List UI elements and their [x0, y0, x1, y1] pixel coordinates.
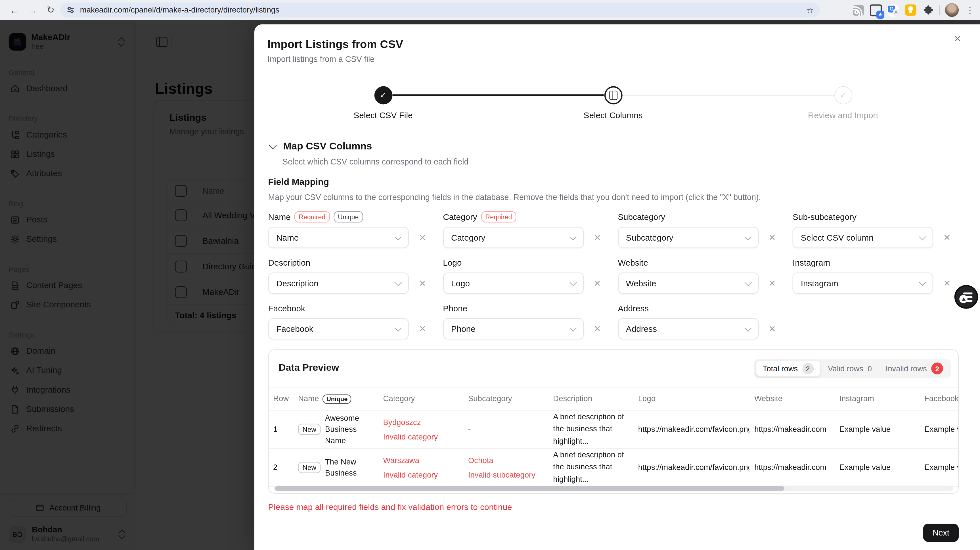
keep-extension-icon[interactable] — [905, 4, 917, 16]
field-label-address: Address — [618, 303, 649, 313]
check-icon: ✓ — [840, 91, 846, 100]
preview-table-header: Row Name Unique Category Subcategory Des… — [269, 387, 958, 411]
step-select-csv-file[interactable]: ✓ Select CSV File — [327, 86, 439, 120]
required-badge: Required — [294, 211, 330, 222]
remove-field-button[interactable]: ✕ — [417, 323, 428, 334]
description-column-select[interactable]: Description — [268, 273, 409, 294]
chevron-down-icon — [745, 324, 751, 331]
chevron-down-icon — [395, 233, 402, 240]
map-csv-columns-header[interactable]: Map CSV Columns — [270, 140, 372, 152]
address-column-select[interactable]: Address — [618, 318, 758, 340]
remove-field-button[interactable]: ✕ — [417, 277, 428, 289]
valid-rows-count: 0 — [867, 364, 872, 373]
browser-menu-icon[interactable]: ⋮ — [964, 4, 976, 16]
reload-button[interactable]: ↻ — [43, 2, 59, 18]
translate-extension-icon[interactable]: GA — [887, 4, 899, 16]
data-preview-title: Data Preview — [279, 362, 339, 373]
field-label-name: Name — [268, 212, 290, 222]
chevron-down-icon — [919, 279, 926, 286]
field-label-sub-subcategory: Sub-subcategory — [792, 212, 856, 222]
step-select-columns[interactable]: Select Columns — [557, 86, 670, 120]
remove-field-button[interactable]: ✕ — [942, 232, 953, 243]
remove-field-button[interactable]: ✕ — [592, 232, 603, 243]
url-text: makeadir.com/cpanel/d/make-a-directory/d… — [80, 6, 279, 14]
scrollbar-thumb[interactable] — [275, 486, 785, 491]
map-csv-columns-subtitle: Select which CSV columns correspond to e… — [283, 157, 468, 166]
tab-valid-rows[interactable]: Valid rows 0 — [822, 360, 878, 376]
unique-badge: Unique — [323, 394, 352, 403]
subcategory-column-select[interactable]: Subcategory — [618, 227, 758, 248]
remove-field-button[interactable]: ✕ — [592, 277, 603, 289]
new-badge: New — [298, 424, 320, 435]
columns-icon — [609, 91, 617, 100]
chevron-down-icon — [395, 324, 402, 331]
sub-subcategory-column-select[interactable]: Select CSV column — [792, 227, 933, 248]
browser-toolbar: ← → ↻ makeadir.com/cpanel/d/make-a-direc… — [0, 0, 980, 20]
toolbar-divider — [939, 5, 940, 15]
back-button[interactable]: ← — [6, 2, 22, 18]
tune-icon — [66, 6, 75, 14]
remove-field-button[interactable]: ✕ — [417, 232, 428, 243]
profile-avatar[interactable] — [945, 3, 959, 17]
remove-field-button[interactable]: ✕ — [942, 277, 953, 289]
logo-column-select[interactable]: Logo — [443, 273, 584, 294]
tab-total-rows[interactable]: Total rows 2 — [756, 360, 820, 377]
remove-field-button[interactable]: ✕ — [767, 323, 778, 334]
remove-field-button[interactable]: ✕ — [592, 323, 603, 334]
field-label-phone: Phone — [443, 303, 467, 313]
phone-column-select[interactable]: Phone — [443, 318, 584, 340]
remove-field-button[interactable]: ✕ — [767, 277, 778, 289]
total-rows-count: 2 — [802, 363, 814, 374]
required-badge: Required — [481, 211, 516, 222]
chevron-down-icon — [919, 233, 926, 240]
validation-error: Invalid subcategory — [468, 470, 543, 479]
preview-row-1: 1 New Awesome Business Name Bydgoszcz In… — [269, 411, 958, 449]
field-mapping-title: Field Mapping — [268, 177, 329, 187]
chevron-down-icon — [269, 141, 277, 149]
bookmark-star-icon[interactable]: ☆ — [807, 5, 814, 15]
validation-error: Invalid category — [383, 432, 458, 441]
chevron-down-icon — [745, 279, 751, 286]
extensions-puzzle-icon[interactable] — [922, 4, 934, 16]
field-mapping-description: Map your CSV columns to the correspondin… — [268, 193, 761, 202]
forward-button[interactable]: → — [24, 2, 41, 18]
facebook-column-select[interactable]: Facebook — [268, 318, 409, 340]
next-button[interactable]: Next — [923, 524, 959, 542]
field-label-logo: Logo — [443, 258, 461, 267]
modal-subtitle: Import listings from a CSV file — [267, 54, 374, 64]
import-stepper: ✓ Select CSV File Select Columns ✓ Revie… — [255, 86, 980, 123]
validation-error-message: Please map all required fields and fix v… — [268, 502, 512, 512]
rss-extension-icon[interactable] — [852, 4, 864, 16]
field-label-facebook: Facebook — [268, 303, 305, 313]
category-column-select[interactable]: Category — [443, 227, 584, 248]
name-column-select[interactable]: Name — [268, 227, 409, 248]
preview-row-2: 2 New The New Business Warszawa Invalid … — [269, 449, 958, 487]
chevron-down-icon — [570, 324, 577, 331]
close-icon[interactable]: ✕ — [951, 32, 964, 45]
field-label-website: Website — [618, 258, 648, 267]
field-mapping-grid: Name Required Unique Name ✕ Category Req… — [268, 210, 967, 339]
chevron-down-icon — [570, 233, 577, 240]
modal-title: Import Listings from CSV — [267, 38, 403, 51]
field-label-description: Description — [268, 258, 310, 267]
new-badge: New — [298, 462, 320, 473]
import-csv-modal: ✕ Import Listings from CSV Import listin… — [255, 24, 980, 550]
data-preview-card: Data Preview Total rows 2 Valid rows 0 I… — [268, 349, 959, 494]
website-column-select[interactable]: Website — [618, 273, 758, 294]
url-bar[interactable]: makeadir.com/cpanel/d/make-a-directory/d… — [60, 3, 820, 18]
step-review-and-import[interactable]: ✓ Review and Import — [787, 86, 899, 120]
field-label-subcategory: Subcategory — [618, 212, 665, 222]
validation-error: Invalid category — [383, 470, 458, 479]
chevron-down-icon — [745, 233, 751, 240]
tab-invalid-rows[interactable]: Invalid rows 2 — [880, 360, 950, 376]
horizontal-scrollbar[interactable] — [274, 486, 953, 491]
chevron-down-icon — [395, 279, 402, 286]
field-label-category: Category — [443, 212, 477, 222]
chevron-down-icon — [570, 279, 577, 286]
feedback-widget-button[interactable] — [955, 285, 978, 309]
preview-stat-tabs: Total rows 2 Valid rows 0 Invalid rows 2 — [754, 359, 951, 378]
bookmark-extension-icon[interactable]: ★ — [869, 4, 882, 16]
remove-field-button[interactable]: ✕ — [767, 232, 778, 243]
invalid-rows-count: 2 — [931, 362, 943, 375]
instagram-column-select[interactable]: Instagram — [792, 273, 933, 294]
